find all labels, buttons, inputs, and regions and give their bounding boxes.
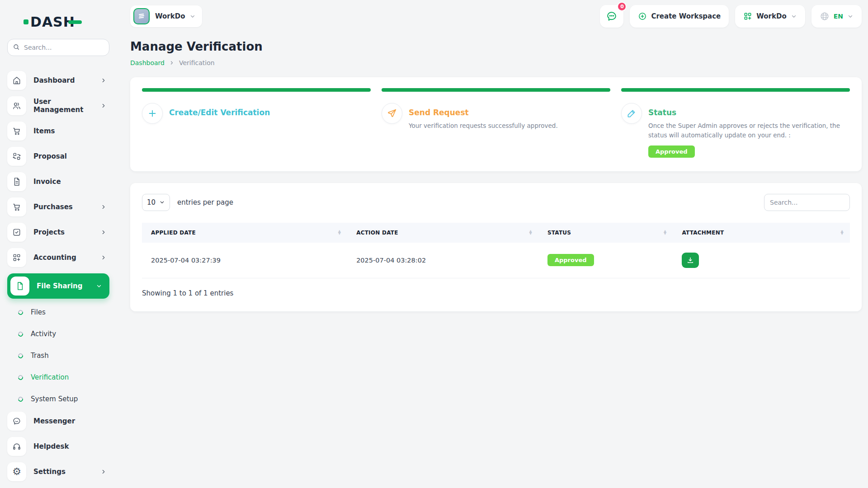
step-title[interactable]: Create/Edit Verification [169,108,270,117]
plus-circle-icon [638,12,647,21]
verification-table: APPLIED DATE ▲▼ ACTION DATE ▲▼ STATUS ▲▼… [142,223,850,278]
sidebar-item-purchases[interactable]: Purchases [7,197,109,216]
sidebar-item-label: Messenger [33,417,109,425]
sidebar-subitem-label: Verification [31,373,69,381]
language-code: EN [834,13,843,20]
status-cell: Approved [538,243,673,278]
action-date-cell: 2025-07-04 03:28:02 [347,243,538,278]
column-header-attachment[interactable]: ATTACHMENT ▲▼ [673,223,850,243]
step-send-request: Send Request Your verification requests … [382,88,610,158]
entries-per-page-select[interactable]: 10 [142,194,170,211]
headphones-icon [7,437,26,456]
sidebar-item-projects[interactable]: Projects [7,223,109,242]
sidebar-item-invoice[interactable]: Invoice [7,172,109,191]
sidebar-item-label: Items [33,127,109,135]
sidebar-item-messenger[interactable]: Messenger [7,412,109,431]
column-header-action-date[interactable]: ACTION DATE ▲▼ [347,223,538,243]
sidebar-subitem-activity[interactable]: Activity [12,325,109,343]
invoice-document-icon [7,172,26,191]
column-header-status[interactable]: STATUS ▲▼ [538,223,673,243]
sidebar-item-proposal[interactable]: Proposal [7,147,109,166]
sidebar-subitem-label: Trash [31,352,49,360]
sidebar-search [7,39,109,56]
sidebar-subitem-label: System Setup [31,395,78,403]
workspace-selector[interactable]: WorkDo [130,5,202,27]
chevron-down-icon [189,13,196,19]
attachment-cell [673,243,850,278]
chevron-down-icon [96,283,102,289]
sidebar-item-items[interactable]: Items [7,122,109,141]
sidebar-item-settings[interactable]: ⚙ Settings [7,462,109,481]
sidebar-item-label: File Sharing [37,282,96,290]
notification-badge: 0 [617,2,627,11]
sidebar-item-label: Purchases [33,203,100,211]
circle-bullet-icon [17,330,24,337]
sort-icon[interactable]: ▲▼ [334,230,341,235]
sidebar-item-user-management[interactable]: User Management [7,96,109,115]
step-progress-bar [382,88,610,92]
step-progress-bar [142,88,371,92]
logo-dash-bar [68,20,82,24]
create-workspace-button[interactable]: Create Workspace [630,5,729,28]
step-progress-bar [621,88,850,92]
chevron-down-icon [847,13,854,19]
column-header-applied-date[interactable]: APPLIED DATE ▲▼ [142,223,347,243]
sidebar-item-accounting[interactable]: Accounting [7,248,109,267]
language-selector[interactable]: EN [811,5,862,28]
table-search-input[interactable] [764,194,850,211]
sidebar-subitem-verification[interactable]: Verification [12,368,109,386]
sidebar-item-file-sharing[interactable]: File Sharing [7,273,109,299]
cart-icon [7,197,26,216]
sidebar-subitem-system-setup[interactable]: System Setup [12,390,109,408]
sidebar-item-dashboard[interactable]: Dashboard [7,71,109,90]
chat-bubble-icon [7,412,26,431]
cart-icon [7,122,26,141]
sidebar-nav: Dashboard User Management Items Pr [7,71,109,481]
sidebar-item-label: Helpdesk [33,442,109,450]
verification-table-card: 10 entries per page APPLIED DATE ▲▼ ACT [130,183,862,311]
sidebar-subitem-files[interactable]: Files [12,303,109,321]
step-status: Status Once the Super Admin approves or … [621,88,850,158]
search-icon [13,43,20,51]
download-attachment-button[interactable] [682,253,699,268]
step-title: Status [648,108,843,117]
sort-icon[interactable]: ▲▼ [525,230,532,235]
chevron-right-icon [100,103,107,109]
grid-plus-icon [7,248,26,267]
topbar: WorkDo 0 Create Workspace WorkDo [130,4,862,29]
breadcrumb-dashboard-link[interactable]: Dashboard [130,59,165,66]
table-controls: 10 entries per page [142,194,850,211]
breadcrumb-current: Verification [179,59,215,66]
home-icon [7,71,26,90]
step-create-edit-verification: Create/Edit Verification [142,88,371,158]
messages-button[interactable]: 0 [600,5,623,28]
plus-icon[interactable] [142,103,163,124]
dash-logo[interactable]: DASH [24,13,109,31]
sidebar-item-label: Dashboard [33,76,100,84]
globe-icon [820,11,830,21]
sort-icon[interactable]: ▲▼ [659,230,666,235]
circle-bullet-icon [17,309,24,315]
paper-plane-icon [382,103,402,124]
status-badge: Approved [547,254,594,266]
sort-icon[interactable]: ▲▼ [836,230,844,235]
step-description: Once the Super Admin approves or rejects… [648,121,843,140]
sidebar: DASH Dashboard User Management [0,0,117,488]
workspace-switcher-label: WorkDo [756,12,786,20]
sidebar-item-helpdesk[interactable]: Helpdesk [7,437,109,456]
create-workspace-label: Create Workspace [651,12,721,20]
main-area: WorkDo 0 Create Workspace WorkDo [117,0,868,488]
step-title: Send Request [409,108,558,117]
workspace-name: WorkDo [155,12,185,20]
topbar-actions: 0 Create Workspace WorkDo [600,5,862,28]
chevron-right-icon [100,77,107,84]
breadcrumb: Dashboard Verification [130,59,862,66]
chevron-right-icon [100,204,107,210]
sidebar-item-label: Accounting [33,253,100,262]
sidebar-search-input[interactable] [7,39,109,56]
sidebar-subitem-trash[interactable]: Trash [12,347,109,365]
workspace-switcher[interactable]: WorkDo [735,5,805,28]
chevron-right-icon [100,254,107,261]
file-icon [10,277,29,296]
gear-icon: ⚙ [7,462,26,481]
